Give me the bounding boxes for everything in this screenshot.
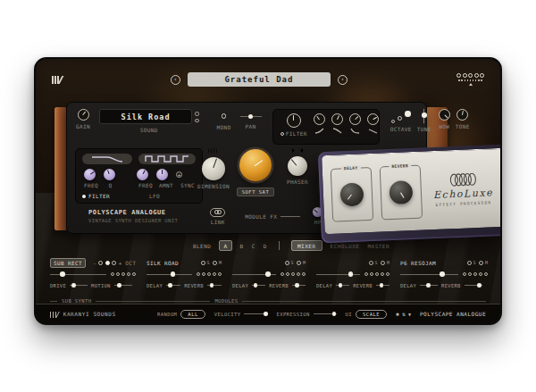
expression-slider[interactable] <box>314 313 337 314</box>
soft-sat-knob[interactable] <box>239 149 272 181</box>
tone-label: TONE <box>456 123 470 129</box>
filter-on-dot[interactable] <box>82 195 86 198</box>
ui-scale-button[interactable]: SCALE <box>356 310 387 319</box>
lfo-sync-button[interactable]: + <box>176 171 182 178</box>
pan-slider[interactable] <box>240 116 262 117</box>
oct-plus[interactable]: + <box>119 260 122 266</box>
divider-line <box>50 301 57 302</box>
strip5-level-slider[interactable] <box>400 274 458 275</box>
tab-mixer[interactable]: MIXER <box>291 240 322 251</box>
filter-type-1-knob[interactable] <box>314 113 325 125</box>
sound-stepper[interactable] <box>195 112 199 124</box>
filter-type-2-knob[interactable] <box>331 113 343 125</box>
strip3-level-slider[interactable] <box>232 274 276 275</box>
filter-shape-button[interactable] <box>82 154 132 164</box>
step-down-icon[interactable] <box>195 119 199 123</box>
solo-icon[interactable] <box>201 261 205 265</box>
settings-icon[interactable]: ✱ <box>396 311 399 318</box>
mute-icon[interactable] <box>213 261 217 265</box>
sound-display[interactable]: Silk Road <box>99 109 192 124</box>
dropdown-icon[interactable]: ▼ <box>408 312 411 317</box>
strip2-reverb-slider[interactable] <box>207 285 222 286</box>
karanyi-logo-icon <box>52 76 62 84</box>
strip3-mute-button[interactable]: M <box>297 260 306 265</box>
filter-q-knob[interactable] <box>104 169 115 180</box>
link-icon[interactable] <box>210 208 225 217</box>
strip5-name[interactable]: P6 RESOJAM <box>400 260 436 266</box>
echoluxe-reverb-knob[interactable] <box>389 180 413 204</box>
octave-selector[interactable] <box>391 111 411 123</box>
lfo-freq-knob[interactable] <box>137 169 148 180</box>
strip1-motion-slider[interactable] <box>114 285 132 286</box>
lfo-shape-button[interactable] <box>138 154 196 164</box>
mute-icon[interactable] <box>381 261 385 265</box>
filter-knob[interactable] <box>287 113 301 128</box>
strip3-reverb-slider[interactable] <box>292 285 306 286</box>
tab-blend-a[interactable]: A <box>219 240 231 251</box>
strip2-delay-label: DELAY <box>147 283 163 288</box>
tab-echoluxe[interactable]: ECHOLUXE <box>331 243 360 249</box>
strip2-name[interactable]: SILK ROAD <box>147 260 179 266</box>
prev-preset-button[interactable]: ‹ <box>171 75 180 85</box>
strip1-level-slider[interactable] <box>50 274 106 275</box>
strip4-delay-slider[interactable] <box>336 285 349 286</box>
tab-blend-b[interactable]: B <box>240 243 244 249</box>
strip5-reverb-slider[interactable] <box>465 285 482 286</box>
oct-minus[interactable]: - <box>93 260 96 266</box>
lfo-amount-knob[interactable] <box>156 169 168 180</box>
gain-knob[interactable] <box>78 109 89 121</box>
strip2-delay-slider[interactable] <box>166 285 180 286</box>
strip5-delay-slider[interactable] <box>420 285 438 286</box>
velocity-slider[interactable] <box>244 313 267 314</box>
mute-icon[interactable] <box>297 261 301 265</box>
strip2-level-slider[interactable] <box>147 274 192 275</box>
strip2-solo-button[interactable]: S <box>201 260 210 265</box>
tone-knob[interactable] <box>456 109 468 121</box>
mute-icon[interactable] <box>479 261 483 265</box>
solo-icon[interactable] <box>369 261 373 265</box>
phaser-knob[interactable] <box>288 156 307 176</box>
strip4-reverb-slider[interactable] <box>376 285 389 286</box>
filter-type-4-knob[interactable] <box>367 113 379 125</box>
strip4-level-slider[interactable] <box>316 274 360 275</box>
strip4-solo-button[interactable]: S <box>369 260 378 265</box>
divider-line <box>96 301 210 302</box>
strip1-octave-selector[interactable]: - + <box>93 260 121 266</box>
filter-toggle[interactable] <box>281 132 284 136</box>
filter-freq-knob[interactable] <box>84 169 96 180</box>
solo-icon[interactable] <box>285 261 289 265</box>
preset-navigator: ‹ Grateful Dad › <box>171 72 348 87</box>
strip1-name[interactable]: SUB RECT <box>50 258 86 268</box>
tune-slider[interactable] <box>423 109 424 123</box>
strip3-solo-button[interactable]: S <box>285 260 294 265</box>
filter-section-label: FILTER <box>88 193 110 199</box>
filter-type-3-knob[interactable] <box>349 113 361 125</box>
strip1-oct-label: OCT <box>125 260 136 266</box>
resize-icon[interactable]: ⇅ <box>402 311 406 318</box>
step-up-icon[interactable] <box>195 112 199 116</box>
strip1-drive-slider[interactable] <box>70 285 88 286</box>
echoluxe-delay-knob[interactable] <box>339 182 364 206</box>
preset-display[interactable]: Grateful Dad <box>188 72 331 87</box>
filter-type-2 <box>331 113 343 134</box>
mono-toggle[interactable] <box>222 113 227 119</box>
strip3-delay-slider[interactable] <box>252 285 265 286</box>
strip2-reverb-label: REVERB <box>184 283 204 288</box>
phaser-label: PHASER <box>287 179 308 185</box>
tab-master[interactable]: MASTER <box>367 243 389 249</box>
strip5-mute-button[interactable]: M <box>479 260 488 265</box>
random-all-button[interactable]: ALL <box>180 310 205 319</box>
solo-icon[interactable] <box>467 261 472 265</box>
tab-blend-d[interactable]: D <box>264 243 267 249</box>
strip-3: S M DELAY REVERB <box>232 258 316 294</box>
strip5-solo-button[interactable]: S <box>467 260 476 265</box>
tab-blend-c[interactable]: C <box>252 243 255 249</box>
gain-section: GAIN <box>76 109 90 129</box>
brand-name: POLYSCAPE ANALOGUE <box>88 209 178 216</box>
wow-knob[interactable] <box>439 109 450 121</box>
dimension-knob[interactable] <box>202 157 225 180</box>
soft-sat-section: SOFT SAT <box>235 146 276 196</box>
strip4-mute-button[interactable]: M <box>381 260 389 265</box>
next-preset-button[interactable]: › <box>338 75 348 85</box>
strip2-mute-button[interactable]: M <box>213 260 222 265</box>
